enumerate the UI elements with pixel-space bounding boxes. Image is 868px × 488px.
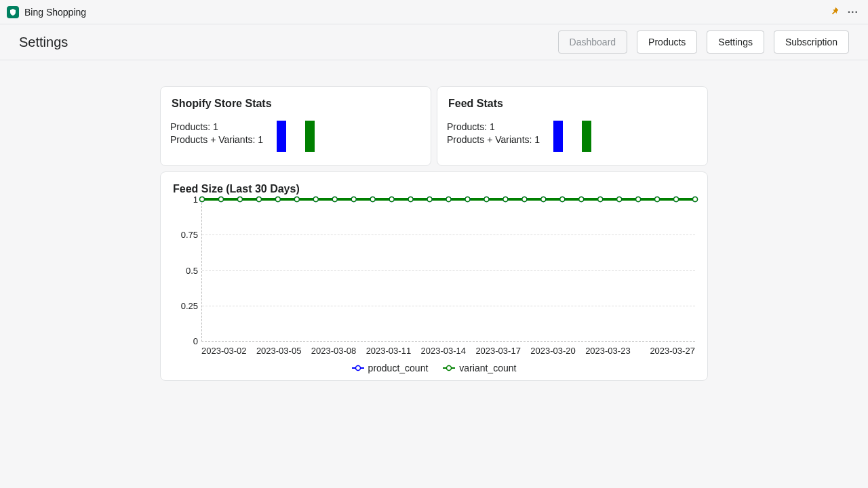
feed-variants-value: 1 [534, 134, 540, 145]
shopify-bar-products [277, 121, 286, 152]
legend-item[interactable]: variant_count [443, 363, 516, 373]
chart-point [313, 197, 318, 202]
titlebar-right: ··· [830, 6, 859, 18]
titlebar: Bing Shopping ··· [0, 0, 868, 24]
chart-point [427, 197, 432, 202]
feed-products-value: 1 [490, 121, 495, 132]
feed-bar-variants [582, 121, 591, 152]
chart-point [370, 197, 375, 202]
feed-products-label: Products: [447, 121, 490, 132]
content: Shopify Store Stats Products: 1 Products… [0, 60, 868, 407]
chart-x-tick: 2023-03-05 [256, 346, 302, 356]
chart-y-tick: 0.5 [175, 265, 198, 275]
legend-item[interactable]: product_count [352, 363, 429, 373]
feed-variants-line: Products + Variants: 1 [447, 134, 540, 146]
stats-cards-row: Shopify Store Stats Products: 1 Products… [160, 86, 708, 166]
chart-point [579, 197, 584, 202]
tab-dashboard[interactable]: Dashboard [558, 30, 628, 54]
chart-markers-svg [202, 199, 695, 341]
chart-point [484, 197, 489, 202]
shopify-variants-value: 1 [258, 134, 263, 145]
chart-point [560, 197, 565, 202]
chart-point [218, 197, 223, 202]
chart-point [351, 197, 356, 202]
shopify-variants-label: Products + Variants: [170, 134, 258, 145]
chart-point [674, 197, 679, 202]
chart-x-tick: 2023-03-14 [421, 346, 467, 356]
chart-point [389, 197, 394, 202]
chart-point [200, 197, 205, 202]
chart-point [522, 197, 527, 202]
chart-plot-area: 00.250.50.751 [201, 199, 695, 342]
chart-point [541, 197, 546, 202]
chart-x-axis: 2023-03-022023-03-052023-03-082023-03-11… [201, 346, 695, 356]
shopify-variants-line: Products + Variants: 1 [170, 134, 263, 146]
chart-y-tick: 0 [175, 336, 198, 346]
shopify-products-label: Products: [170, 121, 213, 132]
app-icon [7, 6, 19, 18]
chart-point [655, 197, 660, 202]
chart-point [408, 197, 413, 202]
chart-point [446, 197, 451, 202]
page-header: Settings Dashboard Products Settings Sub… [0, 24, 868, 60]
svg-point-1 [355, 366, 360, 371]
chart-point [256, 197, 261, 202]
legend-marker-icon [443, 365, 455, 371]
pin-icon[interactable] [830, 6, 840, 18]
page-title: Settings [19, 35, 68, 50]
chart-legend: product_countvariant_count [167, 363, 701, 373]
tab-subscription[interactable]: Subscription [774, 30, 849, 54]
feed-variants-label: Products + Variants: [447, 134, 534, 145]
chart-point [332, 197, 337, 202]
feed-bar-products [553, 121, 563, 152]
shopify-products-value: 1 [213, 121, 218, 132]
chart-point [465, 197, 470, 202]
chart-point [237, 197, 242, 202]
tab-products[interactable]: Products [637, 30, 697, 54]
chart-y-tick: 1 [175, 195, 198, 205]
shopify-stat-lines: Products: 1 Products + Variants: 1 [170, 121, 263, 152]
legend-label: variant_count [459, 363, 516, 373]
card-feed-title: Feed Stats [447, 98, 698, 110]
legend-label: product_count [368, 363, 429, 373]
shopify-stat-body: Products: 1 Products + Variants: 1 [170, 121, 421, 152]
card-shopify-title: Shopify Store Stats [170, 98, 421, 110]
chart-title: Feed Size (Last 30 Days) [173, 183, 701, 195]
chart-x-tick: 2023-03-11 [366, 346, 412, 356]
chart-y-tick: 0.25 [175, 300, 198, 310]
card-shopify-stats: Shopify Store Stats Products: 1 Products… [160, 86, 431, 166]
chart-x-tick: 2023-03-27 [650, 346, 695, 356]
chart-point [617, 197, 622, 202]
tab-nav: Dashboard Products Settings Subscription [558, 30, 849, 54]
more-icon[interactable]: ··· [848, 6, 859, 18]
chart-y-tick: 0.75 [175, 230, 198, 240]
chart-x-tick: 2023-03-20 [530, 346, 576, 356]
chart-x-tick: 2023-03-02 [201, 346, 247, 356]
card-feed-stats: Feed Stats Products: 1 Products + Varian… [437, 86, 708, 166]
chart-x-tick: 2023-03-23 [585, 346, 631, 356]
shopify-mini-chart [277, 121, 315, 152]
legend-marker-icon [352, 365, 364, 371]
app-title: Bing Shopping [24, 7, 86, 18]
shopify-products-line: Products: 1 [170, 121, 263, 134]
feed-stat-lines: Products: 1 Products + Variants: 1 [447, 121, 540, 152]
chart-point [503, 197, 508, 202]
chart-point [636, 197, 641, 202]
chart-point [275, 197, 280, 202]
titlebar-left: Bing Shopping [7, 6, 86, 18]
card-feed-size-chart: Feed Size (Last 30 Days) 00.250.50.751 2… [160, 171, 708, 381]
feed-mini-chart [553, 121, 591, 152]
svg-point-3 [447, 366, 452, 371]
chart-x-tick: 2023-03-08 [311, 346, 357, 356]
tab-settings[interactable]: Settings [707, 30, 764, 54]
shopify-bar-variants [305, 121, 315, 152]
feed-stat-body: Products: 1 Products + Variants: 1 [447, 121, 698, 152]
chart-x-tick: 2023-03-17 [475, 346, 521, 356]
chart-point [294, 197, 299, 202]
content-inner: Shopify Store Stats Products: 1 Products… [160, 86, 708, 381]
feed-products-line: Products: 1 [447, 121, 540, 134]
chart-point [598, 197, 603, 202]
chart-point [693, 197, 698, 202]
